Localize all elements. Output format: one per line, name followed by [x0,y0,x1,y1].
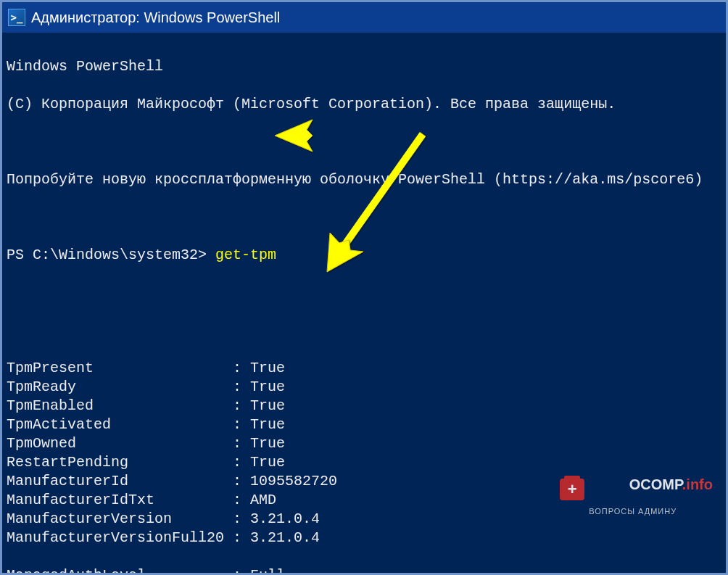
output-row: TpmPresent : True [7,359,721,378]
output-row: TpmOwned : True [7,434,721,453]
banner-line: Windows PowerShell [7,57,721,76]
blank-line [7,284,721,302]
title-bar[interactable]: >_ Администратор: Windows PowerShell [2,2,726,33]
window-title: Администратор: Windows PowerShell [31,9,280,26]
prompt-line: PS C:\Windows\system32> get-tpm [7,246,721,265]
blank-line [7,208,721,227]
powershell-icon: >_ [8,9,25,26]
powershell-window: >_ Администратор: Windows PowerShell Win… [2,2,726,573]
watermark-title: OCOMP.info [589,462,713,508]
watermark-badge-icon: + [560,479,584,500]
output-row: TpmActivated : True [7,415,721,434]
terminal-area[interactable]: Windows PowerShell (C) Корпорация Майкро… [2,33,726,573]
output-row: TpmEnabled : True [7,397,721,415]
prompt-prefix: PS C:\Windows\system32> [7,247,215,263]
blank-line [7,321,721,340]
command-text: get-tpm [215,247,276,263]
try-ps-line: Попробуйте новую кроссплатформенную обол… [7,170,721,189]
blank-line [7,133,721,152]
output-row [7,547,721,566]
output-row: ManufacturerVersionFull20 : 3.21.0.4 [7,529,721,547]
copyright-line: (C) Корпорация Майкрософт (Microsoft Cor… [7,95,721,114]
watermark: + OCOMP.info ВОПРОСЫ АДМИНУ [560,462,713,516]
watermark-subtitle: ВОПРОСЫ АДМИНУ [589,508,713,516]
output-row: ManagedAuthLevel : Full [7,566,721,573]
output-row: TpmReady : True [7,378,721,397]
